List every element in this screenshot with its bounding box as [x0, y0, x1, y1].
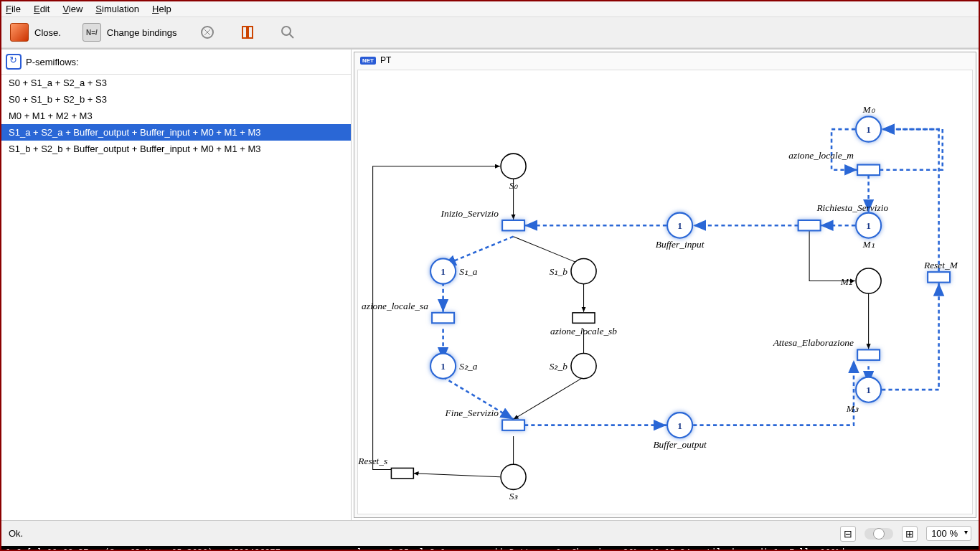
svg-point-48: [856, 268, 881, 293]
svg-text:1: 1: [866, 124, 871, 135]
svg-text:1: 1: [440, 266, 446, 277]
svg-text:S₂_b: S₂_b: [550, 361, 567, 372]
svg-text:S₃: S₃: [509, 491, 519, 501]
left-pane: P-semiflows: S0 + S1_a + S2_a + S3S0 + S…: [1, 48, 352, 520]
svg-text:S₀: S₀: [509, 180, 519, 191]
svg-text:azione_locale_sa: azione_locale_sa: [362, 301, 428, 311]
svg-rect-1: [242, 27, 247, 38]
sysbar-mid: lo enp0s25 wlp3s0: [357, 547, 494, 551]
close-label: Close.: [34, 27, 61, 38]
svg-rect-14: [857, 165, 880, 175]
tool3-icon[interactable]: [278, 23, 297, 42]
svg-text:Fine_Servizio: Fine_Servizio: [445, 408, 499, 418]
svg-text:1: 1: [677, 420, 682, 431]
svg-text:Attesa_Elaborazione: Attesa_Elaborazione: [773, 337, 854, 348]
svg-text:1: 1: [866, 385, 871, 395]
svg-text:1: 1: [440, 361, 446, 372]
svg-text:Inizio_Servizio: Inizio_Servizio: [440, 208, 499, 219]
svg-text:M₃: M₃: [846, 403, 859, 414]
semiflows-list[interactable]: S0 + S1_a + S2_a + S3S0 + S1_b + S2_b + …: [1, 75, 351, 520]
list-item[interactable]: S1_a + S2_a + Buffer_output + Buffer_inp…: [1, 124, 351, 141]
semiflows-icon: [6, 54, 22, 70]
net-canvas[interactable]: Inizio_Servizioazione_locale_saazione_lo…: [357, 70, 973, 514]
svg-point-27: [571, 259, 596, 284]
canvas-title: NET PT: [360, 55, 391, 65]
svg-text:Buffer_input: Buffer_input: [656, 239, 705, 250]
svg-text:azione_locale_sb: azione_locale_sb: [550, 326, 617, 336]
menubar: File Edit View Simulation Help: [1, 1, 979, 17]
net-badge: NET: [360, 57, 376, 65]
tool1-icon[interactable]: [198, 23, 217, 42]
close-icon: [10, 23, 29, 42]
list-item[interactable]: M0 + M1 + M2 + M3: [1, 108, 351, 124]
semiflows-title: P-semiflows:: [26, 57, 79, 67]
list-item[interactable]: S1_b + S2_b + Buffer_output + Buffer_inp…: [1, 141, 351, 157]
svg-text:1: 1: [677, 220, 682, 231]
bindings-label: Change bindings: [107, 27, 177, 38]
svg-point-32: [571, 354, 596, 379]
svg-text:1: 1: [866, 220, 871, 231]
svg-text:S₂_a: S₂_a: [459, 361, 477, 372]
svg-text:Reset_s: Reset_s: [358, 456, 387, 466]
canvas-wrap: NET PT Inizio_Servizioazione_locale_saaz…: [354, 52, 976, 518]
svg-text:S₁_b: S₁_b: [550, 266, 567, 277]
svg-rect-20: [928, 272, 950, 282]
svg-point-34: [501, 464, 526, 489]
svg-rect-8: [573, 313, 595, 323]
change-bindings-button[interactable]: N=/ Change bindings: [83, 23, 177, 42]
canvas-title-text: PT: [380, 55, 391, 65]
list-item[interactable]: S0 + S1_a + S2_a + S3: [1, 75, 351, 91]
svg-point-22: [501, 154, 526, 179]
sysbar-right: || Battery: 0: Charging, 96%, 00:15:24 u…: [494, 547, 846, 551]
svg-rect-16: [798, 220, 821, 230]
right-pane: NET PT Inizio_Servizioazione_locale_saaz…: [352, 48, 979, 520]
menu-file[interactable]: File: [6, 4, 21, 14]
system-bar: 1:6 [ ] 11:09:37 - (Sun 03 May, 05.2020)…: [1, 546, 979, 551]
zoom-select[interactable]: 100 %: [926, 526, 971, 541]
zoom-slider[interactable]: [864, 528, 893, 540]
zoom-out-button[interactable]: ⊟: [840, 526, 856, 542]
svg-text:azione_locale_m: azione_locale_m: [788, 150, 854, 161]
menu-simulation[interactable]: Simulation: [95, 4, 139, 14]
close-button[interactable]: Close.: [10, 23, 61, 42]
toolbar: Close. N=/ Change bindings: [1, 17, 979, 48]
status-message: Ok.: [9, 528, 23, 539]
svg-rect-6: [432, 313, 454, 323]
semiflows-header: P-semiflows:: [1, 50, 351, 75]
svg-rect-18: [857, 349, 880, 359]
svg-text:M₂: M₂: [840, 276, 853, 287]
sysbar-left: 1:6 [ ] 11:09:37 - (Sun 03 May, 05.2020)…: [6, 547, 357, 551]
statusbar: Ok. ⊟ ⊞ 100 %: [1, 520, 979, 546]
svg-text:M₀: M₀: [862, 104, 875, 115]
svg-rect-4: [502, 220, 524, 230]
menu-view[interactable]: View: [62, 4, 83, 14]
list-item[interactable]: S0 + S1_b + S2_b + S3: [1, 91, 351, 108]
menu-help[interactable]: Help: [152, 4, 171, 14]
bindings-icon: N=/: [83, 23, 101, 42]
svg-rect-2: [248, 27, 253, 38]
svg-text:S₁_a: S₁_a: [459, 266, 477, 277]
svg-text:Reset_M: Reset_M: [923, 260, 958, 270]
svg-text:Buffer_output: Buffer_output: [653, 439, 707, 450]
svg-rect-10: [502, 420, 524, 430]
zoom-in-button[interactable]: ⊞: [902, 526, 918, 542]
tool2-icon[interactable]: [238, 23, 257, 42]
svg-text:Richiesta_Servizio: Richiesta_Servizio: [816, 202, 888, 213]
menu-edit[interactable]: Edit: [34, 4, 50, 14]
svg-text:M₁: M₁: [862, 239, 875, 250]
svg-rect-12: [391, 468, 413, 478]
